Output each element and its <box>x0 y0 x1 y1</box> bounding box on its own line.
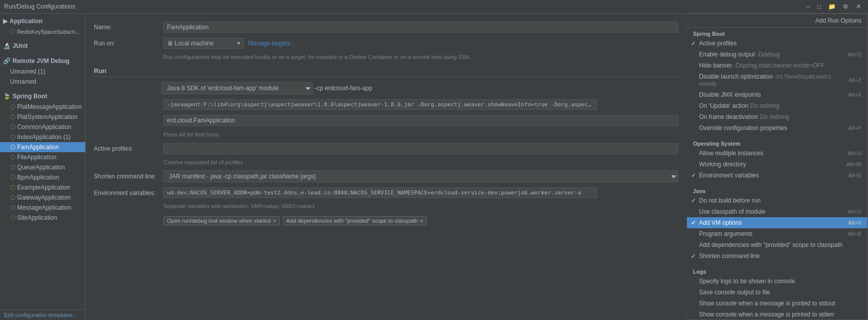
run-section-title: Run <box>94 67 678 77</box>
dropdown-item-disable-launch[interactable]: Disable launch optimization -XX:TieredSt… <box>687 71 867 89</box>
dropdown-label-env-vars: Environment variables <box>699 172 759 179</box>
run-on-row: Run on: 🖥 Local machine Manage targets..… <box>94 38 678 49</box>
settings-icon[interactable]: ⚙ <box>841 3 850 10</box>
dropdown-item-hide-banner[interactable]: Hide banner -Dspring.main.banner-mode=OF… <box>687 60 867 71</box>
active-profiles-row: Active profiles: <box>94 143 678 154</box>
sidebar-section-application: ▶ Application <box>0 16 85 27</box>
edit-templates-link[interactable]: Edit configuration templates... <box>0 309 85 320</box>
dropdown-label-disable-jmx: Disable JMX endpoints <box>699 91 761 98</box>
dropdown-label-show-stdout: Show console when a message is printed t… <box>699 300 835 307</box>
check-add-vm: ✓ <box>691 219 696 226</box>
env-vars-label: Environment variables: <box>94 189 159 197</box>
env-vars-display[interactable]: ud-dev;NACOS_SERVER_ADDR=pdm-test2.ddns.… <box>163 187 597 198</box>
dropdown-item-disable-jmx[interactable]: Disable JMX endpoints Alt+X <box>687 89 867 100</box>
dropdown-section-os: Operating System <box>687 138 867 148</box>
dropdown-item-add-deps[interactable]: Add dependencies with "provided" scope t… <box>687 239 867 250</box>
sdk-select-wrapper[interactable]: Java 8 SDK of 'erdcloud-fam-app' module <box>161 82 313 94</box>
run-on-hint: Run configurations may be executed local… <box>94 54 678 60</box>
app-icon-1: ⬡ <box>10 103 15 110</box>
shortcut-working-dir: Alt+W <box>846 161 861 167</box>
sidebar-item-queue[interactable]: ⬡ QueueApplication <box>0 162 85 172</box>
shorten-select[interactable]: JAR manifest - java -cp classpath.jar cl… <box>163 170 678 182</box>
app-icon-3: ⬡ <box>10 123 15 131</box>
name-row: Name: <box>94 22 678 33</box>
check-no-build: ✓ <box>691 197 696 204</box>
app-icon-12: ⬡ <box>10 214 15 221</box>
dropdown-item-override-config[interactable]: Override configuration properties Alt+P <box>687 122 867 134</box>
sidebar-item-example[interactable]: ⬡ ExampleApplication <box>0 182 85 193</box>
dropdown-label-save-console: Save console output to file <box>699 289 770 296</box>
main-class-input[interactable] <box>163 115 678 126</box>
sdk-select[interactable]: Java 8 SDK of 'erdcloud-fam-app' module <box>161 82 313 94</box>
sidebar-item-site[interactable]: ⬡ SiteApplication <box>0 213 85 223</box>
sidebar-item-rediskey[interactable]: ⬡ RedisKeySpaceSubscri... <box>0 27 85 36</box>
shorten-select-wrapper[interactable]: JAR manifest - java -cp classpath.jar cl… <box>163 170 678 182</box>
restore-icon[interactable]: □ <box>815 3 823 10</box>
content-panel: Name: Run on: 🖥 Local machine Manage tar… <box>86 14 686 320</box>
dropdown-label-on-update: On 'Update' action Do nothing <box>699 102 779 109</box>
main-class-row <box>94 115 678 126</box>
shorten-label: Shorten command line: <box>94 173 159 180</box>
minus-icon[interactable]: ─ <box>804 3 813 10</box>
run-on-select[interactable]: 🖥 Local machine <box>163 38 244 49</box>
check-shorten-cmd: ✓ <box>691 252 696 260</box>
sidebar-item-fam[interactable]: ⬡ FamApplication <box>0 142 85 152</box>
tag-add-deps-close[interactable]: × <box>420 218 423 224</box>
name-input[interactable] <box>163 22 678 33</box>
press-alt-hint: Press Alt for field hints <box>163 132 218 138</box>
dropdown-item-allow-multiple[interactable]: Allow multiple instances Alt+U <box>687 148 867 159</box>
active-profiles-input[interactable] <box>163 143 678 154</box>
close-button[interactable]: × <box>853 2 864 11</box>
sidebar-item-bpm[interactable]: ⬡ BpmApplication <box>0 172 85 182</box>
remote-jvm-icon: 🔗 <box>3 57 11 65</box>
sidebar-section-spring-boot: 🍃 Spring Boot <box>0 91 85 102</box>
shortcut-env-vars: Alt+E <box>848 172 861 178</box>
dropdown-item-shorten-cmd[interactable]: ✓ Shorten command line <box>687 250 867 262</box>
dropdown-item-on-update[interactable]: On 'Update' action Do nothing <box>687 100 867 111</box>
app-icon-7: ⬡ <box>10 164 15 171</box>
sidebar-item-unnamed2[interactable]: Unnamed <box>0 77 85 87</box>
dropdown-item-program-args[interactable]: Program arguments Alt+R <box>687 228 867 239</box>
dropdown-item-specify-logs[interactable]: Specify logs to be shown in console <box>687 276 867 287</box>
dropdown-section-spring-boot: Spring Boot <box>687 28 867 38</box>
tags-row: Open run/debug tool window when started … <box>94 216 678 225</box>
dropdown-item-enable-debug[interactable]: Enable debug output -Ddebug Alt+D <box>687 49 867 60</box>
dropdown-item-use-classpath[interactable]: Use classpath of module Alt+O <box>687 206 867 217</box>
dropdown-item-on-frame[interactable]: On frame deactivation Do nothing <box>687 111 867 122</box>
dropdown-item-no-build[interactable]: ✓ Do not build before run <box>687 195 867 206</box>
active-profiles-label: Active profiles: <box>94 145 159 152</box>
sidebar-item-unnamed1[interactable]: Unnamed (1) <box>0 67 85 77</box>
sidebar-item-file[interactable]: ⬡ FileApplication <box>0 152 85 162</box>
dropdown-item-working-dir[interactable]: Working directory Alt+W <box>687 159 867 170</box>
sidebar-item-index[interactable]: ⬡ IndexApplication (1) <box>0 132 85 142</box>
sidebar-item-platsystem[interactable]: ⬡ PlatSystemApplication <box>0 112 85 122</box>
tag-open-run-close[interactable]: × <box>273 218 276 224</box>
sidebar-item-gateway[interactable]: ⬡ GatewayApplication <box>0 193 85 203</box>
env-vars-hint: Separate variables with semicolon: VAR=v… <box>94 203 678 209</box>
sidebar-item-common[interactable]: ⬡ CommonApplication <box>0 122 85 132</box>
dropdown-item-save-console[interactable]: Save console output to file <box>687 287 867 298</box>
app-icon-5: ⬡ <box>10 144 15 151</box>
dropdown-label-use-classpath: Use classpath of module <box>699 208 765 215</box>
dropdown-section-java: Java <box>687 185 867 195</box>
manage-targets-link[interactable]: Manage targets... <box>248 40 295 47</box>
dropdown-item-show-stdout[interactable]: Show console when a message is printed t… <box>687 298 867 309</box>
sidebar-section-junit: 🔬 JUnit <box>0 40 85 51</box>
folder-icon[interactable]: 📁 <box>826 3 838 10</box>
redis-icon: ⬡ <box>10 28 15 35</box>
sidebar-item-platmessage[interactable]: ⬡ PlatMessageApplication <box>0 102 85 112</box>
dropdown-item-add-vm[interactable]: ✓ Add VM options Alt+V <box>687 217 867 228</box>
sidebar: ▶ Application ⬡ RedisKeySpaceSubscri... … <box>0 14 86 320</box>
dropdown-item-env-vars[interactable]: ✓ Environment variables Alt+E <box>687 170 867 181</box>
dropdown-label-active-profiles: Active profiles <box>699 40 737 47</box>
sidebar-item-message[interactable]: ⬡ MessageApplication <box>0 203 85 213</box>
dropdown-item-active-profiles[interactable]: ✓ Active profiles <box>687 38 867 49</box>
app-icon-9: ⬡ <box>10 184 15 191</box>
app-icon-2: ⬡ <box>10 113 15 120</box>
shorten-row: Shorten command line: JAR manifest - jav… <box>94 170 678 182</box>
shortcut-override-config: Alt+P <box>848 125 861 131</box>
check-env-vars: ✓ <box>691 172 696 179</box>
dropdown-panel: Add Run Options Spring Boot ✓ Active pro… <box>686 14 868 320</box>
run-on-select-wrapper[interactable]: 🖥 Local machine <box>163 38 244 49</box>
dropdown-item-show-stderr[interactable]: Show console when a message is printed t… <box>687 309 867 320</box>
